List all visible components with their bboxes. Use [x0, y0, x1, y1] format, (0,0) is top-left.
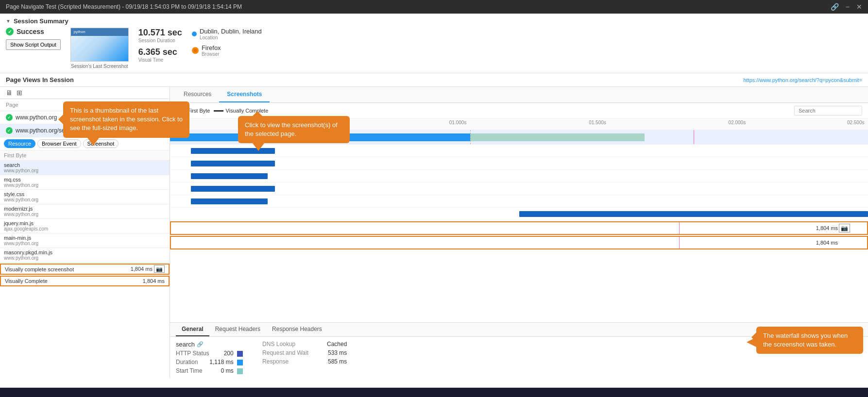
show-script-output-button[interactable]: Show Script Output: [6, 39, 61, 50]
resource-row-jquery[interactable]: jquery.min.js ajax.googleapis.com: [0, 219, 170, 233]
dns-lookup-row: DNS Lookup Cached: [262, 341, 347, 347]
timeline-tick-1500: 01.500s: [589, 120, 606, 125]
grid-icon[interactable]: ⊞: [17, 89, 22, 97]
wf-row-masonry[interactable]: [170, 208, 868, 220]
page-success-icon: ✓: [6, 127, 13, 134]
detail-resource-name: search 🔗: [176, 341, 243, 348]
wf-row-jquery[interactable]: [170, 182, 868, 195]
page-views-toolbar: 🖥 ⊞: [0, 87, 170, 99]
success-label: ✓ Success: [6, 28, 61, 35]
firefox-icon: [192, 47, 199, 54]
resource-tabs: Resources Screenshots: [170, 87, 868, 103]
timeline-tick-2500: 02.500s: [847, 120, 865, 125]
http-status-row: HTTP Status 200: [176, 350, 243, 357]
detail-right-col: DNS Lookup Cached Request and Wait 533 m…: [262, 341, 347, 374]
thumbnail-image[interactable]: [70, 28, 129, 62]
wf-row-stylecss[interactable]: [170, 157, 868, 170]
callout-thumbnail: This is a thumbsbnail of the last screen…: [63, 101, 189, 138]
status-color-box: [237, 351, 243, 357]
chevron-down-icon[interactable]: ▼: [6, 18, 11, 24]
page-views-title: Page Views In Session: [6, 76, 74, 83]
callout-arrow: [87, 138, 99, 146]
session-thumbnail[interactable]: Session's Last Screenshot: [70, 28, 129, 69]
first-byte-marker: [694, 130, 694, 144]
starttime-color-box: [237, 368, 243, 374]
wf-row-mainmin[interactable]: [170, 195, 868, 208]
resource-row-modernizr[interactable]: modernizr.js www.python.org: [0, 204, 170, 219]
browser-row: Firefox Browser: [192, 44, 262, 57]
resource-row-mqcss[interactable]: mq.css www.python.org: [0, 175, 170, 190]
resource-row-stylecss[interactable]: style.css www.python.org: [0, 190, 170, 204]
wf-bar-mqcss: [170, 145, 868, 157]
location-row: Dublin, Dublin, Ireland Location: [192, 28, 262, 40]
session-header: ▼ Session Summary: [6, 17, 862, 25]
wf-bar-modernizr: [170, 170, 868, 182]
visually-complete-timing-line: [679, 237, 680, 248]
session-summary-label: Session Summary: [14, 17, 68, 25]
session-summary: ▼ Session Summary ✓ Success Show Script …: [0, 14, 868, 73]
title-bar-controls: 🔗 − ✕: [831, 3, 862, 11]
title-bar: Page Navigate Test (Scripted Measurement…: [0, 0, 868, 14]
details-tab-request-headers[interactable]: Request Headers: [209, 323, 266, 336]
session-content: ✓ Success Show Script Output Session's L…: [6, 28, 862, 69]
waterfall-search-input[interactable]: [794, 106, 862, 116]
response-row: Response 585 ms: [262, 358, 347, 365]
filter-row: Resource Browser Event Screenshot: [0, 137, 170, 150]
visual-time-stat: 6.365 sec Visual Time: [138, 47, 182, 63]
page-views-header: Page Views In Session https://www.python…: [0, 73, 868, 87]
thumbnail-label: Session's Last Screenshot: [71, 64, 128, 69]
page-success-icon: ✓: [6, 114, 13, 121]
screenshot-timing-line: [679, 222, 680, 234]
duration-row: Duration 1,118 ms: [176, 359, 243, 365]
visually-complete-wf-bar: 1,804 ms: [171, 237, 867, 248]
callout-waterfall: The waterfall shows you when the screens…: [756, 327, 863, 354]
visually-complete-screenshot-row[interactable]: Visually complete screenshot 1,804 ms 📷: [0, 264, 170, 275]
timeline-tick-2000: 02.000s: [729, 120, 746, 125]
tab-screenshots[interactable]: Screenshots: [219, 87, 270, 102]
success-check-icon: ✓: [6, 28, 14, 35]
page-views-section: Page Views In Session https://www.python…: [0, 73, 868, 388]
callout-arrow-2: [253, 143, 264, 151]
monitor-icon[interactable]: 🖥: [6, 89, 13, 97]
camera-icon[interactable]: 📷: [839, 224, 850, 232]
tab-resources[interactable]: Resources: [176, 87, 219, 102]
visually-complete-legend-color: [214, 110, 223, 112]
visually-complete-wf[interactable]: 1,804 ms: [170, 236, 868, 249]
visually-complete-screenshot-wf[interactable]: 1,804 ms 📷: [170, 221, 868, 235]
screenshot-wf-bar: 1,804 ms 📷: [171, 222, 867, 234]
filter-resource[interactable]: Resource: [4, 139, 35, 148]
wf-bar-mainmin: [170, 195, 868, 207]
duration-color-box: [237, 360, 243, 365]
minimize-icon[interactable]: −: [846, 3, 850, 11]
resource-row-search[interactable]: search www.python.org: [0, 161, 170, 175]
callout-arrow-3: [747, 337, 756, 347]
session-stats: 10.571 sec Session Duration 6.365 sec Vi…: [138, 28, 182, 63]
request-wait-row: Request and Wait 533 ms: [262, 349, 347, 356]
detail-left-col: search 🔗 HTTP Status 200 Duration: [176, 341, 243, 374]
wf-bar-jquery: [170, 182, 868, 195]
details-tab-response-headers[interactable]: Response Headers: [266, 323, 328, 336]
dashed-marker: [470, 130, 471, 144]
start-time-row: Start Time 0 ms: [176, 367, 243, 374]
main-split: 🖥 ⊞ Page ✓ www.python.org 4,561 Start ✓ …: [0, 87, 868, 378]
wf-row-modernizr[interactable]: [170, 170, 868, 182]
filter-browser-event[interactable]: Browser Event: [37, 139, 81, 148]
success-row: ✓ Success Show Script Output: [6, 28, 61, 50]
resource-row-mainmin[interactable]: main-min.js www.python.org: [0, 233, 170, 248]
title-bar-text: Page Navigate Test (Scripted Measurement…: [6, 3, 242, 10]
resource-row-masonry[interactable]: masonry.pkgd.min.js www.python.org: [0, 248, 170, 263]
link-icon[interactable]: 🔗: [197, 341, 204, 347]
current-url[interactable]: https://www.python.org/search/?q=pycon&s…: [743, 77, 862, 83]
wf-bar-masonry: [170, 208, 868, 220]
link-icon[interactable]: 🔗: [831, 3, 839, 11]
first-byte-label: First Byte: [0, 150, 170, 161]
location-icon: [192, 32, 197, 36]
visually-complete-row[interactable]: Visually Complete 1,804 ms: [0, 276, 170, 286]
session-meta: Dublin, Dublin, Ireland Location Firefox…: [192, 28, 262, 57]
duration-stat: 10.571 sec Session Duration: [138, 28, 182, 43]
details-tab-general[interactable]: General: [176, 323, 209, 336]
wf-row-mqcss[interactable]: [170, 145, 868, 157]
bar-search-wait: [470, 133, 645, 141]
waterfall-chart: 1,804 ms 📷 1,804 ms: [170, 130, 868, 322]
close-icon[interactable]: ✕: [856, 3, 862, 11]
